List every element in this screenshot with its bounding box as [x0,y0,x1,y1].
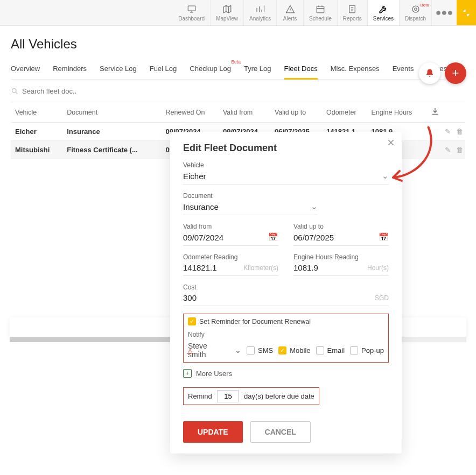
page-title: All Vehicles [11,37,465,52]
modal-title: Edit Fleet Document [183,143,389,154]
badge-beta: Beta [231,59,241,65]
tab-fuel-log[interactable]: Fuel Log [150,61,177,79]
warning-icon: ⚠ [187,348,193,356]
sms-checkbox[interactable] [247,346,255,355]
tab-events[interactable]: Events [393,61,414,79]
cost-input[interactable]: 300SGD [183,293,389,306]
remind-after-label: day(s) before due date [244,392,314,400]
nav-alerts[interactable]: Alerts [277,0,304,25]
tab-misc[interactable]: Misc. Expenses [331,61,380,79]
chart-icon [255,4,265,15]
col-vehicle[interactable]: Vehicle [11,102,65,123]
vehicle-label: Vehicle [183,161,389,169]
tabs: Overview Reminders Service Log Fuel Log … [11,61,465,80]
col-odometer[interactable]: Odometer [324,102,369,123]
col-valid-to[interactable]: Valid up to [272,102,324,123]
tab-service-log[interactable]: Service Log [100,61,137,79]
email-checkbox[interactable] [316,346,324,355]
valid-from-input[interactable]: 09/07/2024📅 [183,232,278,246]
alert-icon [285,4,296,15]
badge-beta: Beta [421,3,429,8]
chevron-down-icon: ⌄ [235,346,241,355]
nav-analytics[interactable]: Analytics [244,0,277,25]
notify-user-select[interactable]: Steve smith ⌄ [188,342,241,359]
remind-label: Remind [188,392,212,400]
edit-fleet-doc-modal: Edit Fleet Document Vehicle Eicher⌄ Docu… [170,132,402,453]
notify-label: Notify [188,331,384,338]
tab-fleet-docs[interactable]: Fleet Docs [284,61,318,79]
odometer-label: Odometer Reading [183,253,278,261]
remind-days-section: Remind day(s) before due date [183,387,319,405]
popup-checkbox[interactable] [350,346,358,355]
close-icon[interactable] [387,138,395,148]
reminder-label: Set Reminder for Document Renewal [199,318,311,325]
document-label: Document [183,192,389,200]
col-renewed[interactable]: Renewed On [164,102,221,123]
nav-mapview[interactable]: MapView [211,0,244,25]
odometer-input[interactable]: 141821.1Kilometer(s) [183,263,278,276]
hours-label: Engine Hours Reading [293,253,389,261]
col-valid-from[interactable]: Valid from [221,102,272,123]
dispatch-icon [410,4,421,15]
search-input[interactable] [22,87,465,95]
reminder-section: ✓Set Reminder for Document Renewal Notif… [183,314,389,363]
plus-icon: + [183,369,192,378]
nav-reports[interactable]: Reports [338,0,368,25]
vehicle-select[interactable]: Eicher⌄ [183,171,389,185]
valid-to-input[interactable]: 06/07/2025📅 [293,232,389,246]
svg-point-4 [412,6,419,12]
cost-unit: SGD [375,294,389,302]
svg-rect-0 [188,6,195,11]
col-download[interactable] [429,102,465,123]
remind-days-input[interactable] [217,390,239,402]
odometer-unit: Kilometer(s) [243,264,278,272]
delete-icon[interactable]: 🗑 [456,146,463,154]
nav-collapse[interactable] [457,0,476,25]
tab-overview[interactable]: Overview [11,61,40,79]
tools-icon [378,4,389,15]
tab-reminders[interactable]: Reminders [53,61,87,79]
valid-to-label: Valid up to [293,223,389,230]
hours-unit: Hour(s) [367,264,389,272]
svg-rect-1 [317,6,324,13]
nav-schedule[interactable]: Schedule [304,0,338,25]
add-button[interactable]: + [445,62,466,84]
update-button[interactable]: UPDATE [183,421,243,443]
nav-dispatch[interactable]: BetaDispatch [400,0,432,25]
document-select[interactable]: Insurance⌄ [183,202,318,215]
mobile-checkbox[interactable]: ✓ [278,346,286,355]
svg-point-3 [414,8,417,11]
nav-dashboard[interactable]: Dashboard [173,0,211,25]
notifications-button[interactable] [419,62,440,84]
monitor-icon [186,4,197,15]
search-icon [11,87,19,95]
tab-checkup-log[interactable]: Checkup LogBeta [190,61,231,79]
calendar-icon [315,4,326,15]
report-icon [347,4,358,15]
tab-tyre-log[interactable]: Tyre Log [244,61,271,79]
edit-icon[interactable]: ✎ [445,127,451,136]
chevron-down-icon: ⌄ [311,202,318,211]
search-row [11,87,465,95]
map-icon [222,4,233,15]
top-header: Dashboard MapView Analytics Alerts Sched… [0,0,476,26]
calendar-icon: 📅 [268,232,278,242]
valid-from-label: Valid from [183,223,278,230]
chevron-down-icon: ⌄ [382,171,389,181]
svg-point-5 [12,89,17,93]
hours-input[interactable]: 1081.9Hour(s) [293,263,389,276]
reminder-checkbox[interactable]: ✓ [188,317,196,325]
delete-icon[interactable]: 🗑 [456,127,463,136]
calendar-icon: 📅 [379,232,389,242]
cost-label: Cost [183,283,389,291]
col-document[interactable]: Document [65,102,163,123]
nav-services[interactable]: Services [368,0,400,25]
edit-icon[interactable]: ✎ [445,146,451,154]
cancel-button[interactable]: CANCEL [250,421,311,443]
nav-more[interactable]: ●●● [432,0,457,25]
col-engine-hours[interactable]: Engine Hours [369,102,429,123]
more-users-button[interactable]: +More Users [183,369,389,378]
